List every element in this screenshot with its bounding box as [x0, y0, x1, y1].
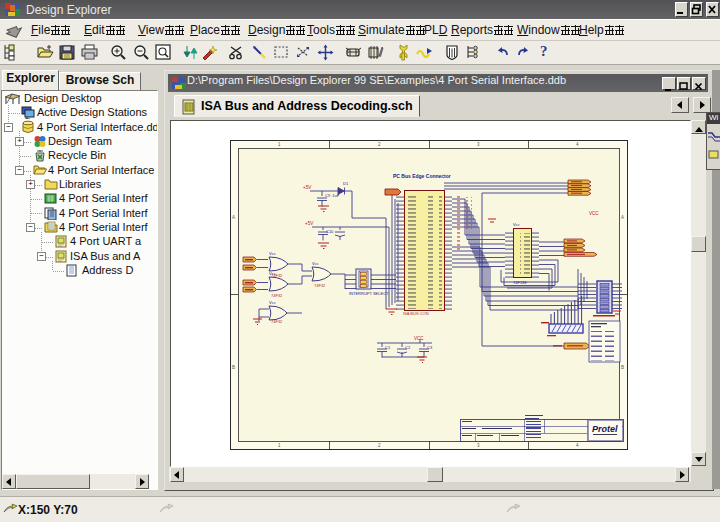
svg-text:Protel: Protel [592, 424, 618, 434]
svg-text:VCC: VCC [589, 211, 599, 216]
svg-text:C2: C2 [405, 345, 411, 350]
svg-text:+5V: +5V [305, 221, 313, 226]
svg-text:D1: D1 [343, 181, 349, 186]
svg-text:74F138: 74F138 [513, 280, 527, 285]
svg-text:74F32: 74F32 [271, 273, 283, 278]
svg-text:A: A [621, 215, 624, 220]
svg-text:C10: C10 [326, 229, 334, 234]
svg-text:INTERRUPT SELECT: INTERRUPT SELECT [349, 291, 389, 296]
svg-text:Vcc: Vcc [513, 222, 520, 227]
svg-text:74F32: 74F32 [271, 319, 283, 324]
svg-text:Vcc: Vcc [269, 251, 276, 256]
svg-text:C9 .1uF: C9 .1uF [325, 193, 340, 198]
svg-text:74F32: 74F32 [271, 293, 283, 298]
svg-text:C3: C3 [427, 345, 433, 350]
svg-text:C1: C1 [385, 345, 391, 350]
svg-text:PC Bus Edge Connector: PC Bus Edge Connector [393, 173, 451, 179]
svg-text:ISA BUS CON: ISA BUS CON [403, 311, 429, 316]
svg-text:B: B [621, 365, 624, 370]
svg-text:VCC: VCC [414, 336, 424, 341]
svg-text:Vcc: Vcc [269, 300, 276, 305]
svg-text:+5V: +5V [303, 185, 311, 190]
svg-text:A: A [232, 215, 235, 220]
svg-text:74F32: 74F32 [314, 283, 326, 288]
svg-text:Vcc: Vcc [312, 261, 319, 266]
svg-text:B: B [232, 365, 235, 370]
